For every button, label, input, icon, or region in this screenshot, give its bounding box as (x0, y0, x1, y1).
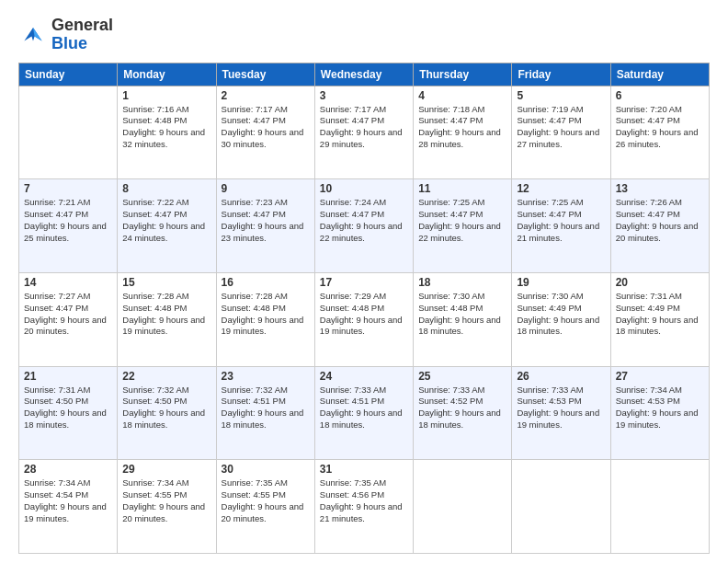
day-number: 27 (616, 370, 704, 383)
day-info: Sunrise: 7:28 AMSunset: 4:48 PMDaylight:… (122, 291, 210, 338)
day-cell: 22Sunrise: 7:32 AMSunset: 4:50 PMDayligh… (118, 366, 216, 460)
day-cell (414, 460, 512, 554)
day-cell: 9Sunrise: 7:23 AMSunset: 4:47 PMDaylight… (216, 179, 314, 273)
day-info: Sunrise: 7:32 AMSunset: 4:51 PMDaylight:… (222, 385, 310, 431)
day-cell: 28Sunrise: 7:34 AMSunset: 4:54 PMDayligh… (19, 460, 118, 554)
day-cell: 1Sunrise: 7:16 AMSunset: 4:48 PMDaylight… (118, 86, 216, 179)
day-info: Sunrise: 7:35 AMSunset: 4:55 PMDaylight:… (222, 477, 310, 524)
day-cell: 14Sunrise: 7:27 AMSunset: 4:47 PMDayligh… (19, 272, 118, 366)
day-number: 10 (320, 182, 408, 195)
day-info: Sunrise: 7:33 AMSunset: 4:53 PMDaylight:… (517, 385, 605, 431)
day-number: 6 (616, 89, 704, 102)
day-cell: 3Sunrise: 7:17 AMSunset: 4:47 PMDaylight… (314, 86, 413, 179)
logo-blue: Blue (51, 34, 87, 52)
day-cell: 8Sunrise: 7:22 AMSunset: 4:47 PMDaylight… (118, 179, 216, 273)
logo-text: General Blue (51, 17, 113, 53)
day-info: Sunrise: 7:21 AMSunset: 4:47 PMDaylight:… (24, 197, 112, 244)
header: General Blue (18, 17, 710, 53)
day-number: 2 (222, 89, 310, 102)
day-info: Sunrise: 7:30 AMSunset: 4:49 PMDaylight:… (517, 291, 605, 338)
col-header-saturday: Saturday (610, 63, 709, 86)
day-info: Sunrise: 7:17 AMSunset: 4:47 PMDaylight:… (222, 104, 310, 151)
calendar-table: SundayMondayTuesdayWednesdayThursdayFrid… (18, 63, 710, 554)
day-info: Sunrise: 7:18 AMSunset: 4:47 PMDaylight:… (418, 104, 506, 151)
day-cell: 26Sunrise: 7:33 AMSunset: 4:53 PMDayligh… (512, 366, 610, 460)
day-info: Sunrise: 7:32 AMSunset: 4:50 PMDaylight:… (122, 385, 210, 431)
week-row-0: 1Sunrise: 7:16 AMSunset: 4:48 PMDaylight… (19, 86, 710, 179)
day-info: Sunrise: 7:34 AMSunset: 4:53 PMDaylight:… (616, 385, 704, 431)
day-cell: 25Sunrise: 7:33 AMSunset: 4:52 PMDayligh… (414, 366, 512, 460)
day-cell: 2Sunrise: 7:17 AMSunset: 4:47 PMDaylight… (216, 86, 314, 179)
day-cell: 19Sunrise: 7:30 AMSunset: 4:49 PMDayligh… (512, 272, 610, 366)
day-cell: 24Sunrise: 7:33 AMSunset: 4:51 PMDayligh… (314, 366, 413, 460)
day-info: Sunrise: 7:33 AMSunset: 4:51 PMDaylight:… (320, 385, 408, 431)
col-header-monday: Monday (118, 63, 216, 86)
day-info: Sunrise: 7:29 AMSunset: 4:48 PMDaylight:… (320, 291, 408, 338)
week-row-2: 14Sunrise: 7:27 AMSunset: 4:47 PMDayligh… (19, 272, 710, 366)
day-number: 17 (320, 276, 408, 289)
day-number: 8 (122, 182, 210, 195)
day-cell: 20Sunrise: 7:31 AMSunset: 4:49 PMDayligh… (610, 272, 709, 366)
day-number: 23 (222, 370, 310, 383)
day-number: 16 (222, 276, 310, 289)
day-number: 29 (122, 463, 210, 476)
day-cell (610, 460, 709, 554)
day-info: Sunrise: 7:31 AMSunset: 4:49 PMDaylight:… (616, 291, 704, 338)
col-header-wednesday: Wednesday (314, 63, 413, 86)
col-header-friday: Friday (512, 63, 610, 86)
day-info: Sunrise: 7:22 AMSunset: 4:47 PMDaylight:… (122, 197, 210, 244)
day-cell: 4Sunrise: 7:18 AMSunset: 4:47 PMDaylight… (414, 86, 512, 179)
day-cell: 27Sunrise: 7:34 AMSunset: 4:53 PMDayligh… (610, 366, 709, 460)
day-cell: 10Sunrise: 7:24 AMSunset: 4:47 PMDayligh… (314, 179, 413, 273)
day-number: 22 (122, 370, 210, 383)
col-header-thursday: Thursday (414, 63, 512, 86)
day-number: 7 (24, 182, 112, 195)
day-cell: 13Sunrise: 7:26 AMSunset: 4:47 PMDayligh… (610, 179, 709, 273)
day-info: Sunrise: 7:35 AMSunset: 4:56 PMDaylight:… (320, 477, 408, 524)
day-number: 4 (418, 89, 506, 102)
day-cell: 5Sunrise: 7:19 AMSunset: 4:47 PMDaylight… (512, 86, 610, 179)
day-info: Sunrise: 7:19 AMSunset: 4:47 PMDaylight:… (517, 104, 605, 151)
day-number: 1 (122, 89, 210, 102)
day-cell: 21Sunrise: 7:31 AMSunset: 4:50 PMDayligh… (19, 366, 118, 460)
day-info: Sunrise: 7:23 AMSunset: 4:47 PMDaylight:… (222, 197, 310, 244)
day-info: Sunrise: 7:20 AMSunset: 4:47 PMDaylight:… (616, 104, 704, 151)
day-cell: 12Sunrise: 7:25 AMSunset: 4:47 PMDayligh… (512, 179, 610, 273)
day-cell: 15Sunrise: 7:28 AMSunset: 4:48 PMDayligh… (118, 272, 216, 366)
day-info: Sunrise: 7:33 AMSunset: 4:52 PMDaylight:… (418, 385, 506, 431)
day-number: 11 (418, 182, 506, 195)
day-cell (512, 460, 610, 554)
day-number: 28 (24, 463, 112, 476)
day-number: 19 (517, 276, 605, 289)
day-cell: 16Sunrise: 7:28 AMSunset: 4:48 PMDayligh… (216, 272, 314, 366)
day-info: Sunrise: 7:16 AMSunset: 4:48 PMDaylight:… (122, 104, 210, 151)
day-info: Sunrise: 7:17 AMSunset: 4:47 PMDaylight:… (320, 104, 408, 151)
day-info: Sunrise: 7:30 AMSunset: 4:48 PMDaylight:… (418, 291, 506, 338)
day-cell: 29Sunrise: 7:34 AMSunset: 4:55 PMDayligh… (118, 460, 216, 554)
day-info: Sunrise: 7:31 AMSunset: 4:50 PMDaylight:… (24, 385, 112, 431)
day-number: 3 (320, 89, 408, 102)
page: General Blue SundayMondayTuesdayWednesda… (0, 0, 728, 563)
col-header-sunday: Sunday (19, 63, 118, 86)
day-info: Sunrise: 7:28 AMSunset: 4:48 PMDaylight:… (222, 291, 310, 338)
day-cell (19, 86, 118, 179)
day-cell: 23Sunrise: 7:32 AMSunset: 4:51 PMDayligh… (216, 366, 314, 460)
day-info: Sunrise: 7:27 AMSunset: 4:47 PMDaylight:… (24, 291, 112, 338)
day-cell: 17Sunrise: 7:29 AMSunset: 4:48 PMDayligh… (314, 272, 413, 366)
day-number: 15 (122, 276, 210, 289)
day-number: 20 (616, 276, 704, 289)
day-number: 31 (320, 463, 408, 476)
day-cell: 11Sunrise: 7:25 AMSunset: 4:47 PMDayligh… (414, 179, 512, 273)
day-cell: 18Sunrise: 7:30 AMSunset: 4:48 PMDayligh… (414, 272, 512, 366)
day-info: Sunrise: 7:34 AMSunset: 4:55 PMDaylight:… (122, 477, 210, 524)
day-number: 30 (222, 463, 310, 476)
logo-icon (18, 20, 48, 50)
col-header-tuesday: Tuesday (216, 63, 314, 86)
week-row-3: 21Sunrise: 7:31 AMSunset: 4:50 PMDayligh… (19, 366, 710, 460)
day-cell: 6Sunrise: 7:20 AMSunset: 4:47 PMDaylight… (610, 86, 709, 179)
day-info: Sunrise: 7:25 AMSunset: 4:47 PMDaylight:… (517, 197, 605, 244)
week-row-4: 28Sunrise: 7:34 AMSunset: 4:54 PMDayligh… (19, 460, 710, 554)
day-cell: 30Sunrise: 7:35 AMSunset: 4:55 PMDayligh… (216, 460, 314, 554)
calendar-header-row: SundayMondayTuesdayWednesdayThursdayFrid… (19, 63, 710, 86)
day-number: 25 (418, 370, 506, 383)
